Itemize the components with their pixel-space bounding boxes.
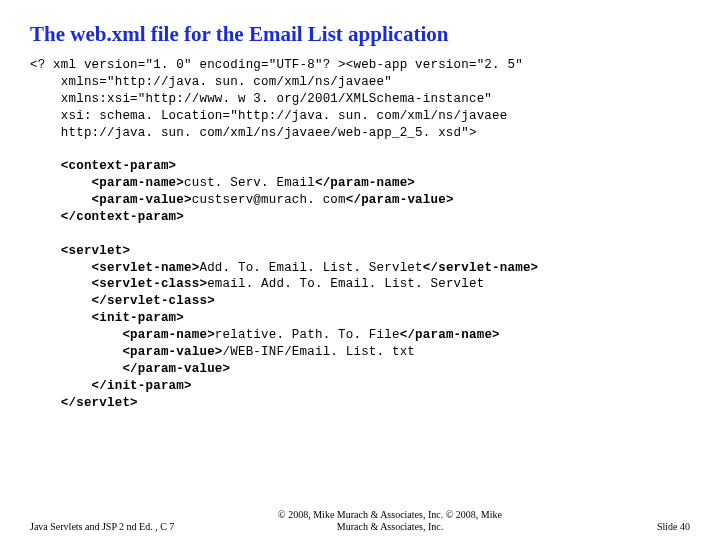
code-line: xmlns:xsi="http://www. w 3. org/2001/XML… (30, 92, 492, 106)
code-text: cust. Serv. Email (184, 176, 315, 190)
code-text: email. Add. To. Email. List. Servlet (207, 277, 484, 291)
code-line: </param-name> (400, 328, 500, 342)
footer-center-line2: Murach & Associates, Inc. (337, 521, 443, 532)
code-line: </servlet-class> (30, 294, 215, 308)
code-line: http://java. sun. com/xml/ns/javaee/web-… (30, 126, 477, 140)
code-line: <param-value> (30, 345, 223, 359)
code-line: <context-param> (30, 159, 176, 173)
code-line: <param-value> (30, 193, 192, 207)
footer-center: © 2008, Mike Murach & Associates, Inc. ©… (210, 509, 570, 532)
footer-right: Slide 40 (570, 521, 690, 532)
slide: The web.xml file for the Email List appl… (0, 0, 720, 540)
code-line: </servlet-name> (423, 261, 539, 275)
code-text: Add. To. Email. List. Servlet (199, 261, 422, 275)
code-line: </param-value> (30, 362, 230, 376)
footer-center-line1: © 2008, Mike Murach & Associates, Inc. ©… (278, 509, 502, 520)
footer: Java Servlets and JSP 2 nd Ed. , C 7 © 2… (0, 509, 720, 532)
code-line: </param-name> (315, 176, 415, 190)
code-line: <servlet-name> (30, 261, 199, 275)
code-text: /WEB-INF/Email. List. txt (223, 345, 416, 359)
code-line: <param-name> (30, 328, 215, 342)
code-text: relative. Path. To. File (215, 328, 400, 342)
code-line: <init-param> (30, 311, 184, 325)
code-block: <? xml version="1. 0" encoding="UTF-8"? … (30, 57, 690, 411)
code-line: <? xml version="1. 0" encoding="UTF-8"? … (30, 58, 523, 72)
code-line: <servlet> (30, 244, 130, 258)
code-line: </context-param> (30, 210, 184, 224)
code-line: </init-param> (30, 379, 192, 393)
code-line: <servlet-class> (30, 277, 207, 291)
code-text: custserv@murach. com (192, 193, 346, 207)
footer-left: Java Servlets and JSP 2 nd Ed. , C 7 (30, 521, 210, 532)
code-line: <param-name> (30, 176, 184, 190)
slide-title: The web.xml file for the Email List appl… (30, 22, 690, 47)
code-line: </param-value> (346, 193, 454, 207)
code-line: xsi: schema. Location="http://java. sun.… (30, 109, 507, 123)
code-line: xmlns="http://java. sun. com/xml/ns/java… (30, 75, 392, 89)
code-line: </servlet> (30, 396, 138, 410)
